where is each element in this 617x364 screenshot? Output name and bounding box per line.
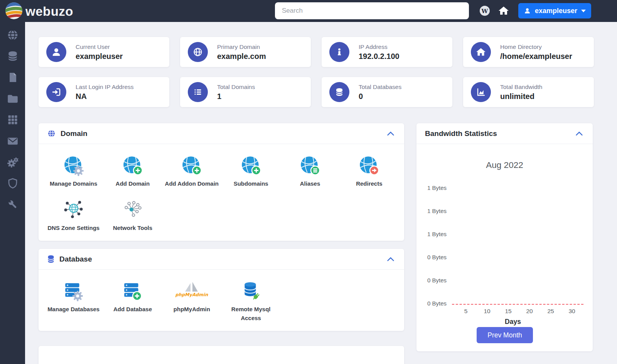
card-home-directory: Home Directory /home/exampleuser xyxy=(463,37,594,67)
stat-value: 1 xyxy=(217,92,255,101)
stat-label: Last Login IP Address xyxy=(76,84,134,91)
app-item-remote-mysql-access[interactable]: Remote Mysql Access xyxy=(221,275,280,328)
list-icon xyxy=(188,82,208,102)
card-total-bandwidth: Total Bandwidth unlimited xyxy=(463,77,594,107)
database-items-grid: Manage Databases xyxy=(39,270,404,331)
x-axis-tick: 10 xyxy=(479,308,496,315)
x-axis-tick: 15 xyxy=(500,308,517,315)
top-navbar: webuzo W exampleuser xyxy=(0,0,617,22)
user-menu-button[interactable]: exampleuser xyxy=(518,3,591,18)
right-column: Bandwidth Statistics Aug 2022 1 Bytes 1 … xyxy=(416,123,593,351)
app-item-dns-zone-settings[interactable]: DNS Zone Settings xyxy=(44,194,103,238)
x-axis-tick: 20 xyxy=(521,308,538,315)
app-item-aliases[interactable]: Aliases xyxy=(280,149,339,194)
sidebar-item-databases[interactable] xyxy=(0,45,25,67)
stat-label: Primary Domain xyxy=(217,44,266,50)
sidebar-item-settings[interactable] xyxy=(0,151,25,173)
globe-plus-icon xyxy=(240,154,262,177)
chevron-down-icon xyxy=(581,10,586,12)
sidebar-item-tools[interactable] xyxy=(0,194,25,215)
app-item-phpmyadmin[interactable]: phpMyAdmin phpMyAdmin xyxy=(162,275,221,328)
info-icon xyxy=(329,42,349,62)
app-item-subdomains[interactable]: Subdomains xyxy=(221,149,280,194)
stat-label: Total Domains xyxy=(217,84,255,91)
settings-gears-icon xyxy=(7,156,19,168)
sign-in-icon xyxy=(46,82,66,102)
database-panel: Database xyxy=(39,249,404,331)
home-icon[interactable] xyxy=(497,5,510,17)
app-item-add-database[interactable]: Add Database xyxy=(103,275,162,328)
search-input[interactable] xyxy=(275,2,469,19)
chevron-up-icon xyxy=(386,129,396,138)
app-label: Add Database xyxy=(113,305,152,314)
apps-grid-icon xyxy=(7,114,19,126)
user-icon xyxy=(46,42,66,62)
app-label: Subdomains xyxy=(234,179,268,188)
logo-text: webuzo xyxy=(25,4,73,19)
webuzo-sphere-icon xyxy=(5,2,23,22)
wordpress-icon[interactable]: W xyxy=(479,5,491,17)
sidebar-item-domains[interactable] xyxy=(0,24,25,45)
user-menu-label: exampleuser xyxy=(535,7,577,15)
database-icon xyxy=(7,50,19,62)
app-label: phpMyAdmin xyxy=(174,305,210,314)
domain-panel-header: Domain xyxy=(39,123,404,144)
app-label: Remote Mysql Access xyxy=(224,305,278,322)
bandwidth-statistics-panel: Bandwidth Statistics Aug 2022 1 Bytes 1 … xyxy=(416,123,593,351)
sidebar-item-ftp[interactable] xyxy=(0,67,25,88)
globe-list-icon xyxy=(299,154,321,177)
stat-value: /home/exampleuser xyxy=(500,52,572,61)
search-bar xyxy=(275,2,469,19)
area-chart-icon xyxy=(471,82,491,102)
card-ip-address: IP Address 192.0.2.100 xyxy=(322,37,452,67)
stat-value: unlimited xyxy=(500,92,542,101)
app-label: Redirects xyxy=(356,179,382,188)
card-primary-domain: Primary Domain example.com xyxy=(180,37,311,67)
globe-plus-icon xyxy=(121,154,144,177)
database-icon xyxy=(329,82,349,102)
panel-title: Domain xyxy=(61,129,88,138)
app-item-network-tools[interactable]: Network Tools xyxy=(103,194,162,238)
next-panel-partial xyxy=(39,346,404,364)
sidebar-item-email[interactable] xyxy=(0,130,25,151)
sidebar-item-files[interactable] xyxy=(0,88,25,109)
left-sidebar xyxy=(0,22,25,364)
webuzo-logo[interactable]: webuzo xyxy=(5,2,73,22)
app-item-add-addon-domain[interactable]: Add Addon Domain xyxy=(162,149,221,194)
app-item-manage-domains[interactable]: Manage Domains xyxy=(44,149,103,194)
app-item-redirects[interactable]: Redirects xyxy=(340,149,399,194)
y-axis-tick: 0 Bytes xyxy=(416,300,447,307)
app-item-manage-databases[interactable]: Manage Databases xyxy=(44,275,103,328)
domain-items-grid: Manage Domains xyxy=(39,144,404,241)
x-axis-tick: 30 xyxy=(563,308,580,315)
x-axis-tick: 25 xyxy=(542,308,559,315)
database-icon xyxy=(47,255,55,263)
panel-title: Bandwidth Statistics xyxy=(425,129,497,138)
mail-icon xyxy=(7,135,19,147)
collapse-bandwidth-button[interactable] xyxy=(574,129,584,138)
sidebar-item-security[interactable] xyxy=(0,173,25,194)
globe-arrow-icon xyxy=(358,154,380,177)
wrench-icon xyxy=(7,199,19,210)
server-plus-icon xyxy=(121,280,144,303)
stat-label: Home Directory xyxy=(500,44,572,50)
file-icon xyxy=(7,72,19,83)
main-content: Current User exampleuser Primary Domain … xyxy=(25,22,617,364)
folder-icon xyxy=(7,92,19,105)
stat-label: Total Bandwidth xyxy=(500,84,542,91)
y-axis-tick: 0 Bytes xyxy=(416,254,447,260)
card-total-databases: Total Databases 0 xyxy=(322,77,452,107)
y-axis-tick: 0 Bytes xyxy=(416,277,447,283)
sidebar-item-apps[interactable] xyxy=(0,109,25,130)
phpmyadmin-logo-icon: phpMyAdmin xyxy=(169,280,215,303)
x-axis-label: Days xyxy=(447,318,578,326)
app-item-add-domain[interactable]: Add Domain xyxy=(103,149,162,194)
collapse-database-button[interactable] xyxy=(386,255,396,263)
stat-label: Total Databases xyxy=(359,84,401,91)
app-label: Network Tools xyxy=(113,224,152,233)
bandwidth-zero-line xyxy=(452,304,583,305)
y-axis-tick: 1 Bytes xyxy=(416,185,447,191)
prev-month-button[interactable]: Prev Month xyxy=(477,327,533,343)
stat-value: example.com xyxy=(217,52,266,61)
collapse-domain-button[interactable] xyxy=(386,129,396,138)
